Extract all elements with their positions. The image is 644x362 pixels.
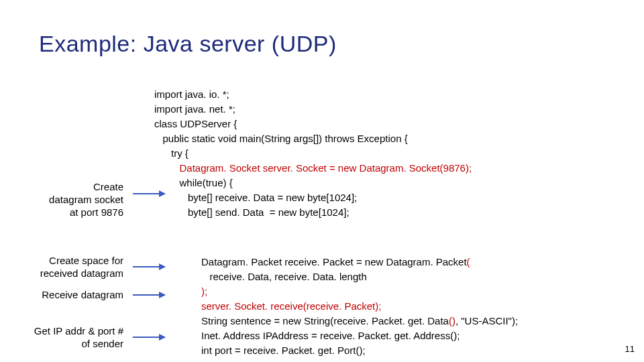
code-text: int port = receive. Packet. get. Port [201, 345, 356, 356]
slide: Example: Java server (UDP) Create datagr… [0, 0, 644, 362]
code-line-red: server. Socket. receive(receive. Packet)… [201, 300, 381, 312]
annot-line: of sender [81, 338, 123, 349]
code-text: Inet. Address IPAddress = receive. Packe… [201, 330, 450, 341]
slide-title: Example: Java server (UDP) [39, 31, 337, 57]
code-line: try { [154, 147, 189, 159]
code-text-red: (); [450, 330, 460, 341]
arrow-icon [133, 337, 165, 338]
code-line: byte[] receive. Data = new byte[1024]; [154, 192, 357, 203]
code-line: class UDPServer { [154, 118, 237, 129]
code-line-red: Datagram. Socket server. Socket = new Da… [154, 162, 472, 174]
annotation-receive-datagram: Receive datagram [9, 288, 123, 301]
code-line: receive. Data, receive. Data. length [201, 271, 367, 282]
code-block-getaddr: Inet. Address IPAddress = receive. Packe… [201, 328, 460, 358]
code-text: Datagram. Packet receive. Packet = new D… [201, 256, 467, 267]
annot-line: datagram socket [49, 194, 123, 205]
annot-line: at port 9876 [70, 206, 123, 218]
code-line: import java. net. *; [154, 103, 235, 115]
code-line: byte[] send. Data = new byte[1024]; [154, 206, 350, 218]
annotation-create-space: Create space for received datagram [9, 254, 123, 280]
annotation-get-ip-port: Get IP addr & port # of sender [9, 324, 123, 350]
arrow-icon [133, 266, 165, 267]
annot-line: Get IP addr & port # [34, 325, 123, 337]
code-text: String sentence = new String(receive. Pa… [201, 315, 449, 326]
code-line: import java. io. *; [154, 88, 229, 100]
code-line: public static void main(String args[]) t… [154, 133, 408, 144]
code-line-red: ); [201, 286, 207, 297]
annotation-create-socket: Create datagram socket at port 9876 [9, 180, 123, 219]
arrow-icon [133, 294, 165, 296]
code-block-main: import java. io. *; import java. net. *;… [154, 87, 472, 220]
code-text-red: (); [356, 345, 366, 356]
code-text-red: () [449, 315, 455, 326]
code-block-receive: Datagram. Packet receive. Packet = new D… [201, 255, 518, 328]
annot-line: Create [93, 181, 123, 192]
code-text-red: ( [467, 256, 470, 267]
annot-line: Receive datagram [42, 289, 123, 300]
code-line: while(true) { [154, 177, 233, 188]
code-text: , "US-ASCII"); [455, 315, 518, 326]
page-number: 11 [625, 344, 635, 354]
annot-line: received datagram [40, 267, 123, 279]
annot-line: Create space for [49, 255, 123, 266]
